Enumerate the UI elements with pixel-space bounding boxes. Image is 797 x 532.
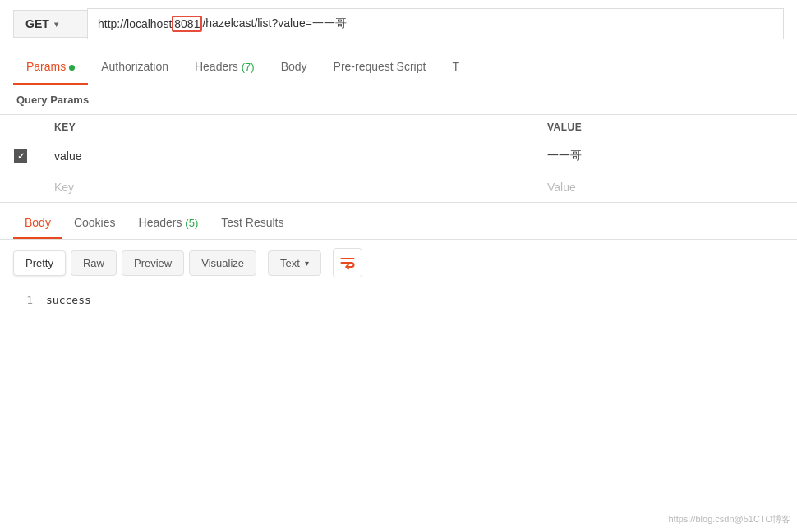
format-visualize-button[interactable]: Visualize — [189, 250, 256, 276]
tab-tests[interactable]: T — [439, 48, 472, 85]
format-bar: Pretty Raw Preview Visualize Text ▾ — [0, 240, 797, 286]
response-tab-cookies-label: Cookies — [74, 216, 116, 229]
value-placeholder: Value — [547, 181, 576, 194]
tab-pre-request[interactable]: Pre-request Script — [320, 48, 440, 85]
tab-body[interactable]: Body — [268, 48, 320, 85]
empty-checkbox-cell — [0, 172, 41, 203]
tab-params-label: Params — [26, 60, 66, 73]
tab-tests-label: T — [452, 60, 459, 73]
format-dropdown-chevron-icon: ▾ — [305, 259, 309, 268]
wrap-text-icon — [339, 255, 356, 271]
response-body: 1 success — [0, 286, 797, 314]
url-bar: GET ▾ http://localhost8081/hazelcast/lis… — [0, 0, 797, 48]
key-placeholder: Key — [54, 181, 74, 194]
url-input[interactable]: http://localhost8081/hazelcast/list?valu… — [87, 8, 784, 39]
params-dot — [69, 65, 75, 71]
format-type-dropdown[interactable]: Text ▾ — [268, 250, 321, 276]
format-raw-button[interactable]: Raw — [71, 250, 117, 276]
watermark: https://blog.csdn@51CTO博客 — [668, 513, 790, 525]
method-chevron-icon: ▾ — [54, 20, 58, 29]
col-value: VALUE — [534, 115, 797, 140]
response-tab-headers-label: Headers — [139, 216, 182, 229]
response-tab-cookies[interactable]: Cookies — [62, 206, 127, 239]
params-table: KEY VALUE value 一一哥 Key Value — [0, 114, 797, 203]
row-value[interactable]: 一一哥 — [534, 140, 797, 172]
empty-value-cell[interactable]: Value — [534, 172, 797, 203]
response-tab-test-results[interactable]: Test Results — [210, 206, 295, 239]
tab-pre-request-label: Pre-request Script — [334, 60, 426, 73]
table-row: value 一一哥 — [0, 140, 797, 172]
url-suffix: /hazelcast/list?value=一一哥 — [202, 16, 346, 31]
format-pretty-button[interactable]: Pretty — [13, 250, 66, 276]
table-row-empty: Key Value — [0, 172, 797, 203]
query-params-label: Query Params — [0, 85, 797, 114]
response-tabs-bar: Body Cookies Headers (5) Test Results — [0, 206, 797, 240]
tab-authorization[interactable]: Authorization — [88, 48, 182, 85]
method-selector[interactable]: GET ▾ — [13, 10, 87, 38]
tab-headers[interactable]: Headers (7) — [182, 48, 268, 85]
empty-key-cell[interactable]: Key — [41, 172, 534, 203]
tab-authorization-label: Authorization — [101, 60, 168, 73]
col-key: KEY — [41, 115, 534, 140]
format-type-label: Text — [280, 257, 300, 269]
row-key[interactable]: value — [41, 140, 534, 172]
response-tab-body[interactable]: Body — [13, 206, 62, 239]
line-number: 1 — [16, 294, 33, 306]
url-prefix: http://localhost — [98, 17, 172, 30]
response-tab-body-label: Body — [25, 216, 51, 229]
response-headers-badge: (5) — [185, 217, 198, 229]
col-check — [0, 115, 41, 140]
url-port: 8081 — [172, 16, 202, 32]
wrap-text-button[interactable] — [333, 248, 362, 277]
request-tabs-bar: Params Authorization Headers (7) Body Pr… — [0, 48, 797, 85]
row-checkbox[interactable] — [14, 149, 27, 163]
tab-headers-label: Headers — [195, 60, 238, 73]
format-preview-button[interactable]: Preview — [122, 250, 184, 276]
method-label: GET — [25, 17, 49, 30]
response-tab-test-results-label: Test Results — [221, 216, 283, 229]
headers-badge: (7) — [242, 61, 255, 73]
response-tab-headers[interactable]: Headers (5) — [127, 206, 210, 239]
tab-params[interactable]: Params — [13, 48, 88, 85]
row-checkbox-cell[interactable] — [0, 140, 41, 172]
tab-body-label: Body — [281, 60, 307, 73]
response-content: success — [46, 294, 91, 306]
